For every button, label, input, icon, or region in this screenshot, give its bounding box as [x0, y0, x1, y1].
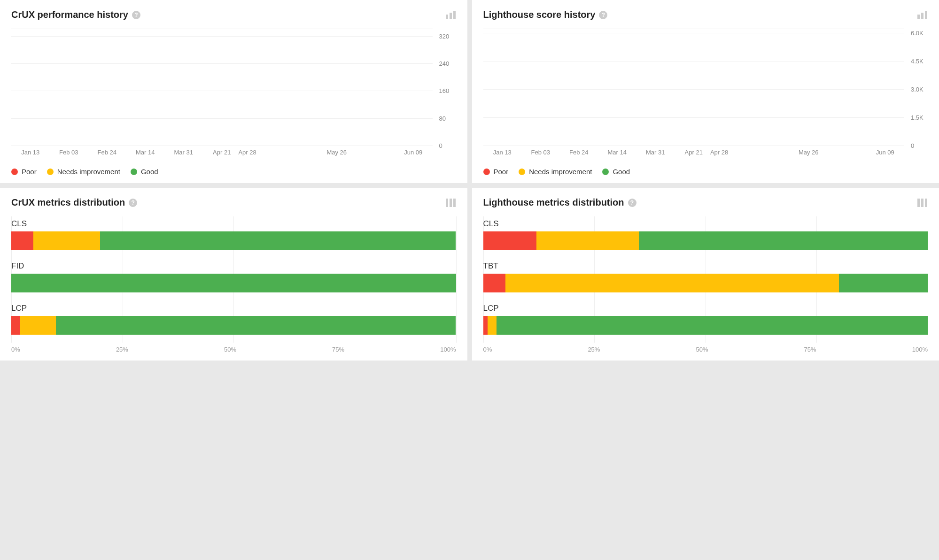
help-icon[interactable]: ?	[628, 199, 636, 207]
svg-rect-7	[450, 199, 452, 207]
x-tick: Jun 09	[404, 149, 422, 156]
legend-needs-improvement[interactable]: Needs improvement	[519, 168, 592, 176]
x-tick: Apr 28	[238, 149, 256, 156]
y-tick: 3.0K	[907, 86, 928, 93]
x-tick: Jun 09	[876, 149, 894, 156]
svg-rect-9	[917, 199, 920, 207]
y-tick: 4.5K	[907, 58, 928, 65]
help-icon[interactable]: ?	[129, 199, 137, 207]
dist-row: FID	[11, 261, 456, 292]
legend-label: Needs improvement	[529, 168, 592, 176]
panel-header: CrUX metrics distribution ?	[11, 197, 456, 208]
x-tick: 50%	[224, 346, 236, 353]
svg-rect-11	[925, 199, 927, 207]
x-tick: Mar 31	[174, 149, 193, 156]
distribution-chart: CLSFIDLCP0%25%50%75%100%	[11, 216, 456, 353]
chart-type-icon[interactable]	[446, 11, 456, 19]
legend-poor[interactable]: Poor	[11, 168, 37, 176]
dist-metric-label: LCP	[11, 304, 456, 313]
y-tick: 160	[435, 87, 456, 94]
dist-bar[interactable]	[483, 274, 928, 292]
panel-title: Lighthouse score history	[483, 9, 596, 20]
legend-label: Needs improvement	[57, 168, 120, 176]
dist-bar[interactable]	[11, 316, 456, 335]
x-tick: Jan 13	[493, 149, 512, 156]
dist-bar[interactable]	[483, 316, 928, 335]
svg-rect-2	[453, 11, 456, 19]
x-tick: Mar 14	[608, 149, 627, 156]
stacked-bar-chart: 01.5K3.0K4.5K6.0K Jan 13Feb 03Feb 24Mar …	[483, 29, 928, 159]
legend-label: Poor	[494, 168, 509, 176]
x-tick: 25%	[588, 346, 600, 353]
distribution-chart: CLSTBTLCP0%25%50%75%100%	[483, 216, 928, 353]
dist-metric-label: FID	[11, 261, 456, 271]
legend-label: Good	[141, 168, 158, 176]
svg-rect-5	[925, 11, 927, 19]
panel-title: CrUX performance history	[11, 9, 128, 20]
dist-metric-label: TBT	[483, 261, 928, 271]
x-tick: Feb 24	[569, 149, 588, 156]
x-tick: Feb 24	[98, 149, 116, 156]
x-tick: 50%	[696, 346, 708, 353]
dist-metric-label: LCP	[483, 304, 928, 313]
panel-lighthouse-history: Lighthouse score history ? 01.5K3.0K4.5K…	[472, 0, 939, 183]
y-tick: 6.0K	[907, 30, 928, 37]
legend: Poor Needs improvement Good	[11, 168, 456, 176]
panel-title: CrUX metrics distribution	[11, 197, 125, 208]
help-icon[interactable]: ?	[132, 11, 140, 19]
dist-row: LCP	[483, 304, 928, 335]
y-tick: 0	[435, 142, 456, 149]
panel-header: Lighthouse metrics distribution ?	[483, 197, 928, 208]
dist-x-axis: 0%25%50%75%100%	[11, 346, 456, 353]
panel-lighthouse-dist: Lighthouse metrics distribution ? CLSTBT…	[472, 188, 939, 361]
dist-bar[interactable]	[11, 274, 456, 292]
legend-label: Poor	[22, 168, 37, 176]
y-tick: 80	[435, 115, 456, 122]
x-tick: May 26	[799, 149, 819, 156]
svg-rect-0	[446, 15, 448, 19]
legend-poor[interactable]: Poor	[483, 168, 509, 176]
x-tick: 100%	[440, 346, 456, 353]
dist-bar[interactable]	[483, 231, 928, 250]
legend-good[interactable]: Good	[602, 168, 630, 176]
svg-rect-4	[921, 13, 923, 19]
legend-needs-improvement[interactable]: Needs improvement	[47, 168, 120, 176]
x-tick: 100%	[912, 346, 928, 353]
dist-metric-label: CLS	[483, 219, 928, 229]
dist-metric-label: CLS	[11, 219, 456, 229]
x-tick: 0%	[11, 346, 20, 353]
x-tick: Mar 14	[136, 149, 155, 156]
y-tick: 0	[907, 142, 928, 149]
x-tick: Apr 28	[710, 149, 728, 156]
x-tick: 75%	[804, 346, 816, 353]
svg-rect-3	[917, 15, 920, 19]
y-tick: 240	[435, 60, 456, 67]
chart-type-icon[interactable]	[917, 199, 928, 207]
svg-rect-10	[921, 199, 923, 207]
panel-header: Lighthouse score history ?	[483, 9, 928, 20]
help-icon[interactable]: ?	[599, 11, 607, 19]
dist-row: CLS	[483, 219, 928, 250]
x-tick: May 26	[326, 149, 347, 156]
dist-bar[interactable]	[11, 231, 456, 250]
dist-x-axis: 0%25%50%75%100%	[483, 346, 928, 353]
dist-row: TBT	[483, 261, 928, 292]
x-tick: Apr 21	[213, 149, 231, 156]
x-tick: Feb 03	[59, 149, 78, 156]
legend-label: Good	[613, 168, 630, 176]
x-tick: Mar 31	[646, 149, 665, 156]
panel-title: Lighthouse metrics distribution	[483, 197, 624, 208]
dist-row: CLS	[11, 219, 456, 250]
stacked-bar-chart: 080160240320 Jan 13Feb 03Feb 24Mar 14Mar…	[11, 29, 456, 159]
panel-crux-dist: CrUX metrics distribution ? CLSFIDLCP0%2…	[0, 188, 467, 361]
x-tick: 75%	[332, 346, 344, 353]
chart-type-icon[interactable]	[446, 199, 456, 207]
x-tick: Feb 03	[531, 149, 550, 156]
chart-type-icon[interactable]	[917, 11, 928, 19]
x-tick: Jan 13	[21, 149, 39, 156]
legend: Poor Needs improvement Good	[483, 168, 928, 176]
legend-good[interactable]: Good	[131, 168, 158, 176]
x-tick: 0%	[483, 346, 492, 353]
x-tick: 25%	[116, 346, 128, 353]
svg-rect-6	[446, 199, 448, 207]
